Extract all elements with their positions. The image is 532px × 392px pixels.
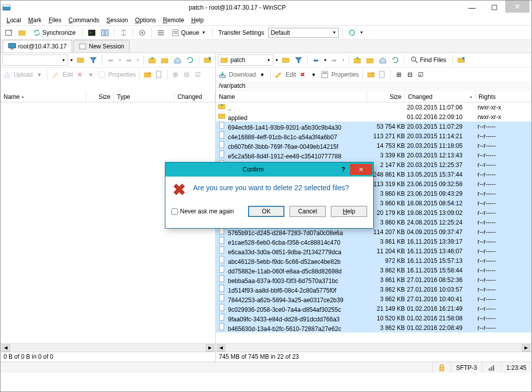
remote-home-icon[interactable] — [377, 54, 388, 66]
menu-options[interactable]: Options — [132, 16, 159, 25]
table-row[interactable]: e6caa33d-3d0a-0851-9dba-2f1342779dca11 2… — [216, 246, 531, 256]
table-row[interactable]: abc46128-5ebb-f9dc-5c66-d52aec4be82b972 … — [216, 256, 531, 265]
dialog-close-icon[interactable]: ✕ — [350, 164, 372, 175]
table-row[interactable]: e1cae528-6eb0-6cba-f358-c4c88814c4703 86… — [216, 237, 531, 246]
scroll-left-icon[interactable]: ◀ — [2, 344, 10, 352]
remote-open-icon[interactable] — [280, 54, 291, 66]
remote-back-icon[interactable]: ⬅ — [311, 54, 322, 66]
table-row[interactable]: applied01.02.2016 22:09:10rwxr-xr-x — [216, 112, 531, 122]
remote-fwd-icon[interactable]: ➡ — [329, 54, 340, 66]
settings-icon[interactable] — [137, 27, 148, 38]
help-button[interactable]: Help — [331, 206, 367, 217]
transfer-settings-combo[interactable]: Default ▼ — [268, 28, 339, 38]
local-home-icon[interactable] — [172, 54, 183, 66]
table-row[interactable]: b465630d-13a4-b2fc-5610-72887a27e62c3 86… — [216, 323, 531, 332]
plus-local-icon[interactable]: ⊞ — [171, 70, 180, 79]
refresh-icon[interactable] — [346, 27, 358, 38]
remote-path-combo[interactable]: patch ▼ — [218, 54, 273, 66]
compare-icon[interactable] — [99, 27, 110, 38]
table-row[interactable]: 9faa09fc-3433-e84d-dd28-d91dcdd766a310 5… — [216, 313, 531, 323]
remote-parent-icon[interactable] — [352, 54, 363, 66]
local-hscroll[interactable]: ◀ ▶ — [1, 343, 215, 352]
scroll-left-icon[interactable]: ◀ — [217, 344, 225, 352]
local-open-icon[interactable] — [75, 54, 86, 66]
console-icon[interactable]: > — [86, 27, 97, 38]
remote-hscroll[interactable]: ◀ ▶ — [216, 343, 531, 352]
table-row[interactable]: 9c029936-2058-3ce0-7a4a-d854af30255c21 1… — [216, 304, 531, 313]
edit-local-icon[interactable] — [51, 70, 61, 79]
upload-menu-icon[interactable]: ▾ — [35, 70, 44, 79]
cancel-button[interactable]: Cancel — [289, 206, 326, 217]
maximize-button[interactable]: ☐ — [483, 3, 505, 13]
menu-mark[interactable]: Mark — [25, 16, 45, 25]
col-size-local[interactable]: Size — [86, 91, 114, 102]
minus-remote-icon[interactable]: ⊟ — [405, 70, 415, 79]
table-row[interactable]: dd75882e-11ab-060f-e8aa-d5c88d82698d3 86… — [216, 265, 531, 275]
remote-bookmark-icon[interactable] — [456, 54, 467, 66]
menu-session[interactable]: Session — [103, 16, 131, 25]
table-row[interactable]: ..20.03.2015 11:07:06rwxr-xr-x — [216, 102, 531, 112]
table-row[interactable]: c4e16888-4eff-91cb-8c1c-a54a3f4a6b07113 … — [216, 131, 531, 141]
local-refresh-icon[interactable] — [185, 54, 196, 66]
remote-root-icon[interactable] — [365, 54, 376, 66]
close-button[interactable]: ✕ — [505, 1, 529, 13]
remote-filter-icon[interactable] — [293, 54, 304, 66]
delete-remote-icon[interactable]: ✖ — [298, 70, 307, 79]
remote-refresh-icon[interactable] — [390, 54, 401, 66]
edit-remote-icon[interactable] — [274, 70, 283, 79]
edit-menu-icon[interactable]: ▾ — [86, 70, 95, 79]
local-back-icon[interactable]: ⬅ — [105, 54, 116, 66]
newfile-local-icon[interactable] — [154, 70, 163, 79]
table-row[interactable]: 694ecfd8-1a41-93b9-9201-a5b30c9b4a3053 7… — [216, 122, 531, 131]
scroll-right-icon[interactable]: ▶ — [206, 344, 214, 352]
menu-commands[interactable]: Commands — [66, 16, 102, 25]
queue-button[interactable]: Queue ▼ — [168, 27, 209, 38]
local-bookmark-icon[interactable] — [202, 54, 213, 66]
col-name-remote[interactable]: Name — [216, 91, 367, 102]
minus-local-icon[interactable]: ⊟ — [182, 70, 191, 79]
table-row[interactable]: 1d514f93-aa8d-bbf6-08c4-2c80a5775f0f3 86… — [216, 285, 531, 294]
menu-help[interactable]: Help — [188, 16, 207, 25]
never-ask-checkbox[interactable]: Never ask me again — [171, 208, 234, 215]
edit-remote-menu-icon[interactable]: ▾ — [309, 70, 318, 79]
dialog-help-icon[interactable]: ? — [337, 166, 350, 173]
props-local-icon[interactable] — [97, 70, 106, 79]
newdir-remote-icon[interactable]: + — [367, 70, 376, 79]
table-row[interactable]: cb607b6f-3bbb-769f-76ae-0049eb14215f14 7… — [216, 141, 531, 150]
local-filter-icon[interactable] — [88, 54, 99, 66]
minimize-button[interactable]: — — [461, 3, 483, 13]
col-changed-local[interactable]: Changed — [174, 91, 215, 102]
local-parent-icon[interactable] — [147, 54, 158, 66]
newdir-local-icon[interactable]: + — [143, 70, 152, 79]
queue-list-icon[interactable] — [155, 27, 166, 38]
col-name-local[interactable]: Name▴ — [1, 91, 86, 102]
local-drive-combo[interactable]: ▼ — [3, 54, 68, 66]
synchronize-button[interactable]: Synchronize — [30, 27, 79, 38]
plus-remote-icon[interactable]: ⊞ — [394, 70, 403, 79]
pathbar-right[interactable]: /var/patch — [216, 81, 531, 91]
select-local-icon[interactable]: ☑ — [193, 70, 202, 79]
upload-icon[interactable] — [3, 70, 12, 79]
sync-browse-icon[interactable] — [118, 27, 129, 38]
download-menu-icon[interactable]: ▾ — [258, 70, 267, 79]
col-rights-remote[interactable]: Rights — [476, 91, 531, 102]
ok-button[interactable]: OK — [248, 206, 284, 217]
table-row[interactable]: 78442253-a62b-5894-3a25-ae0317ce2b393 86… — [216, 294, 531, 304]
never-ask-input[interactable] — [171, 208, 178, 215]
newfile-remote-icon[interactable] — [378, 70, 387, 79]
col-type-local[interactable]: Type — [114, 91, 174, 102]
find-files-button[interactable]: Find Files — [407, 54, 449, 66]
menu-remote[interactable]: Remote — [160, 16, 187, 25]
col-size-remote[interactable]: Size — [367, 91, 405, 102]
menu-files[interactable]: Files — [45, 16, 64, 25]
scroll-right-icon[interactable]: ▶ — [522, 344, 530, 352]
props-remote-icon[interactable] — [320, 70, 329, 79]
tab-session[interactable]: root@10.47.30.17 — [3, 40, 72, 52]
local-fwd-icon[interactable]: ➡ — [124, 54, 135, 66]
table-row[interactable]: bebba5aa-637a-f003-f3f3-6d7570a371bc3 86… — [216, 275, 531, 285]
select-remote-icon[interactable]: ☑ — [417, 70, 426, 79]
menu-local[interactable]: Local — [4, 16, 24, 25]
tab-new-session[interactable]: New Session — [73, 40, 130, 52]
col-changed-remote[interactable]: Changed▴ — [405, 91, 476, 102]
local-root-icon[interactable] — [159, 54, 170, 66]
